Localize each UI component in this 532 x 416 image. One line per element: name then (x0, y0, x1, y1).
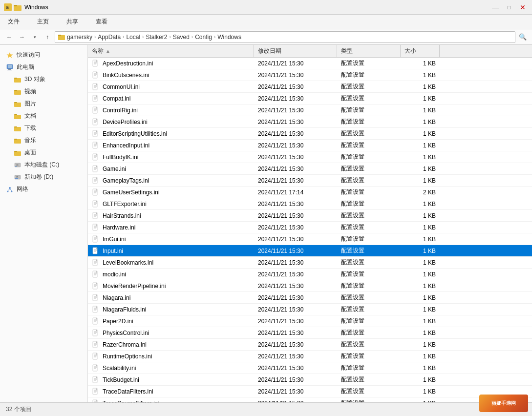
table-row[interactable]: LevelBookmarks.ini2024/11/21 15:30配置设置1 … (88, 257, 532, 269)
breadcrumb-item-saved[interactable]: Saved (173, 34, 190, 41)
file-name-text: GameUserSettings.ini (103, 189, 160, 196)
table-row[interactable]: ControlRig.ini2024/11/21 15:30配置设置1 KB (88, 104, 532, 116)
file-icon (92, 353, 100, 360)
file-name-text: EnhancedInput.ini (103, 142, 149, 149)
column-header-name[interactable]: 名称 ▲ (88, 45, 254, 57)
svg-rect-16 (14, 114, 17, 115)
svg-line-32 (8, 189, 10, 191)
table-row[interactable]: modio.ini2024/11/21 15:30配置设置1 KB (88, 269, 532, 280)
file-size-cell: 1 KB (401, 387, 440, 396)
table-row[interactable]: EditorScriptingUtilities.ini2024/11/21 1… (88, 128, 532, 140)
file-size-cell: 1 KB (401, 340, 440, 350)
file-date-cell: 2024/11/21 15:30 (254, 211, 337, 221)
table-row[interactable]: BinkCutscenes.ini2024/11/21 15:30配置设置1 K… (88, 69, 532, 81)
table-row[interactable]: MovieRenderPipeline.ini2024/11/21 15:30配… (88, 280, 532, 292)
file-icon (92, 165, 100, 173)
svg-rect-12 (14, 90, 17, 91)
file-type-cell: 配置设置 (337, 163, 401, 174)
sidebar-item-thispc[interactable]: 此电脑 (0, 61, 87, 73)
file-name-text: NiagaraFluids.ini (103, 306, 146, 313)
file-name-cell: Niagara.ini (88, 292, 254, 303)
sidebar-item-downloads[interactable]: 下载 (0, 122, 87, 134)
ribbon-tab-file[interactable]: 文件 (4, 16, 23, 28)
sidebar-item-3dobjects[interactable]: 3D 对象 (0, 73, 87, 85)
column-header-date[interactable]: 修改日期 (254, 45, 337, 57)
file-type-cell: 配置设置 (337, 362, 401, 374)
file-date-cell: 2024/11/21 15:30 (254, 164, 337, 174)
sidebar-item-videos[interactable]: 视频 (0, 85, 87, 98)
svg-rect-10 (14, 78, 17, 79)
sidebar-item-pictures[interactable]: 图片 (0, 98, 87, 110)
sidebar-item-network[interactable]: 网络 (0, 183, 87, 195)
table-row[interactable]: TickBudget.ini2024/11/21 15:30配置设置1 KB (88, 374, 532, 386)
sidebar-item-quickaccess[interactable]: 快速访问 (0, 49, 87, 61)
table-row[interactable]: NiagaraFluids.ini2024/11/21 15:30配置设置1 K… (88, 304, 532, 315)
table-row[interactable]: ApexDestruction.ini2024/11/21 15:30配置设置1… (88, 58, 532, 69)
sidebar-item-music[interactable]: 音乐 (0, 134, 87, 146)
table-row[interactable]: CommonUI.ini2024/11/21 15:30配置设置1 KB (88, 81, 532, 93)
sidebar-label-3dobjects: 3D 对象 (24, 75, 45, 83)
table-row[interactable]: TraceDataFilters.ini2024/11/21 15:30配置设置… (88, 386, 532, 397)
svg-rect-21 (14, 151, 21, 156)
minimize-button[interactable]: — (490, 2, 501, 13)
column-header-size[interactable]: 大小 (401, 45, 440, 57)
table-row[interactable]: EnhancedInput.ini2024/11/21 15:30配置设置1 K… (88, 140, 532, 151)
breadcrumb-item-appdata[interactable]: AppData (98, 34, 121, 41)
folder-documents-icon (14, 112, 21, 120)
table-row[interactable]: Paper2D.ini2024/11/21 15:30配置设置1 KB (88, 315, 532, 327)
table-row[interactable]: PhysicsControl.ini2024/11/21 15:30配置设置1 … (88, 327, 532, 339)
recent-button[interactable]: ▾ (29, 32, 40, 42)
breadcrumb[interactable]: gamersky › AppData › Local › Stalker2 › … (55, 31, 515, 43)
file-name-text: HairStrands.ini (103, 212, 141, 219)
table-row[interactable]: HairStrands.ini2024/11/21 15:30配置设置1 KB (88, 210, 532, 222)
table-row[interactable]: Compat.ini2024/11/21 15:30配置设置1 KB (88, 93, 532, 104)
ribbon-tab-share[interactable]: 共享 (63, 16, 82, 28)
table-row[interactable]: Input.ini2024/11/21 15:30配置设置1 KB (88, 245, 532, 257)
sidebar-item-desktop[interactable]: 桌面 (0, 146, 87, 159)
svg-rect-7 (8, 69, 11, 70)
table-row[interactable]: RazerChroma.ini2024/11/21 15:30配置设置1 KB (88, 339, 532, 351)
up-button[interactable]: ↑ (42, 32, 53, 42)
sidebar-item-drive-c[interactable]: C: 本地磁盘 (C:) (0, 159, 87, 171)
file-type-cell: 配置设置 (337, 81, 401, 92)
table-row[interactable]: DeviceProfiles.ini2024/11/21 15:30配置设置1 … (88, 116, 532, 128)
column-header-type[interactable]: 类型 (337, 45, 401, 57)
table-row[interactable]: Game.ini2024/11/21 15:30配置设置1 KB (88, 163, 532, 175)
maximize-button[interactable]: □ (504, 2, 514, 13)
sidebar-item-documents[interactable]: 文档 (0, 110, 87, 122)
table-row[interactable]: Hardware.ini2024/11/21 15:30配置设置1 KB (88, 222, 532, 233)
table-row[interactable]: GLTFExporter.ini2024/11/21 15:30配置设置1 KB (88, 198, 532, 210)
table-row[interactable]: FullBodyIK.ini2024/11/21 15:30配置设置1 KB (88, 151, 532, 163)
svg-rect-11 (14, 90, 21, 95)
table-row[interactable]: TraceSourceFilters.ini2024/11/21 15:30配置… (88, 397, 532, 402)
breadcrumb-item-windows[interactable]: Windows (217, 34, 241, 41)
table-row[interactable]: ImGui.ini2024/11/21 15:30配置设置1 KB (88, 233, 532, 245)
file-size-cell: 1 KB (401, 328, 440, 338)
table-row[interactable]: RuntimeOptions.ini2024/11/21 15:30配置设置1 … (88, 351, 532, 362)
table-row[interactable]: GameplayTags.ini2024/11/21 15:30配置设置1 KB (88, 175, 532, 187)
file-icon (92, 153, 100, 161)
file-date-cell: 2024/11/21 15:30 (254, 398, 337, 403)
sidebar-label-drive-d: 新加卷 (D:) (24, 173, 53, 181)
table-row[interactable]: GameUserSettings.ini2024/11/21 17:14配置设置… (88, 187, 532, 198)
sidebar-item-drive-d[interactable]: D: 新加卷 (D:) (0, 171, 87, 183)
breadcrumb-item-config[interactable]: Config (195, 34, 212, 41)
ribbon-tab-home[interactable]: 主页 (33, 16, 53, 28)
breadcrumb-item-local[interactable]: Local (126, 34, 140, 41)
close-button[interactable]: ✕ (517, 2, 528, 13)
forward-button[interactable]: → (17, 32, 27, 42)
back-button[interactable]: ← (4, 32, 15, 42)
table-row[interactable]: Niagara.ini2024/11/21 15:30配置设置1 KB (88, 292, 532, 304)
file-type-cell: 配置设置 (337, 386, 401, 397)
drive-c-icon: C: (14, 161, 21, 169)
table-row[interactable]: Scalability.ini2024/11/21 15:30配置设置1 KB (88, 362, 532, 374)
file-size-cell: 1 KB (401, 234, 440, 244)
file-date-cell: 2024/11/21 15:30 (254, 363, 337, 373)
sidebar-label-desktop: 桌面 (24, 148, 36, 157)
svg-rect-19 (14, 139, 21, 144)
search-button[interactable]: 🔍 (517, 32, 528, 42)
breadcrumb-item-gamersky[interactable]: gamersky (67, 34, 92, 41)
file-icon (92, 130, 100, 138)
ribbon-tab-view[interactable]: 查看 (92, 16, 111, 28)
breadcrumb-item-stalker2[interactable]: Stalker2 (146, 34, 167, 41)
